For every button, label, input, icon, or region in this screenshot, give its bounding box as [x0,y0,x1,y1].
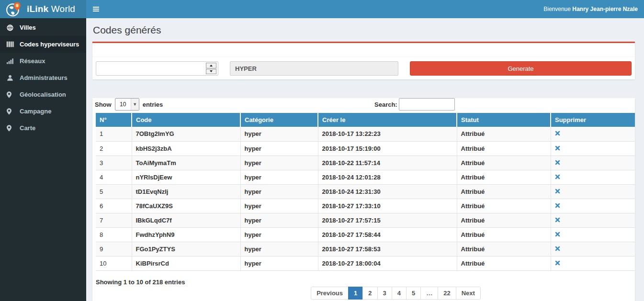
generate-button[interactable]: Generate [410,61,632,76]
brand-logo-icon: $ [6,1,22,17]
category-cell: hyper [240,156,318,170]
delete-icon[interactable] [555,246,560,251]
sidebar-item-g-olocalisation[interactable]: Géolocalisation [0,86,86,103]
generator-form: Generate [92,57,635,79]
column-header[interactable]: Statut [457,113,551,127]
delete-icon[interactable] [555,131,560,136]
sidebar-item-administrateurs[interactable]: Administrateurs [0,69,86,86]
status-cell: Attribué [457,242,551,256]
table-row: 10KiBPirsrCdhyper2018-10-27 18:00:04Attr… [96,256,635,270]
category-cell: hyper [240,170,318,184]
delete-icon[interactable] [555,189,560,194]
created-date-cell: 2018-10-27 17:57:15 [318,213,457,227]
category-input [230,61,398,76]
chevron-down-icon: ▼ [131,99,139,110]
globe-icon [7,24,16,31]
delete-cell [551,213,635,227]
delete-cell [551,184,635,199]
page-button-3[interactable]: 3 [377,287,392,300]
sidebar-item-r-seaux[interactable]: Réseaux [0,53,86,69]
page-button-4[interactable]: 4 [392,287,407,300]
code-cell: 78fCaUXZ9S [132,199,240,213]
map-marker-icon [7,91,16,98]
code-cell: nYRIsDjEew [132,170,240,184]
search-control: Search: [374,98,455,111]
category-field-wrap [230,61,398,76]
delete-icon[interactable] [555,174,560,179]
sidebar-item-campagne[interactable]: Campagne [0,103,86,120]
delete-cell [551,170,635,184]
app-title: iLink World [27,4,75,14]
codes-table: N°CodeCatégorieCréer leStatutSupprimer 1… [96,113,635,271]
sidebar-item-carte[interactable]: Carte [0,120,86,136]
sidebar-item-label: Villes [20,24,36,31]
sidebar-item-villes[interactable]: Villes [0,19,86,36]
top-bar: $ iLink World Bienvenue Hanry Jean-pierr… [0,0,644,18]
code-cell: FGo1PyZTYS [132,242,240,256]
column-header[interactable]: Créer le [318,113,457,127]
delete-icon[interactable] [555,145,560,151]
created-date-cell: 2018-10-27 17:33:10 [318,199,457,213]
row-number: 4 [96,170,132,184]
table-row: 8FwdhzYphN9hyper2018-10-27 17:58:44Attri… [96,227,635,242]
category-cell: hyper [240,141,318,156]
code-cell: tD1EvqNzIj [132,184,240,199]
table-row: 17OBtg2ImYGhyper2018-10-17 13:22:23Attri… [96,127,635,141]
sidebar: VillesCodes hyperviseursRéseauxAdministr… [0,18,86,301]
delete-cell [551,242,635,256]
category-cell: hyper [240,256,318,270]
search-input[interactable] [399,98,455,111]
stepper-down-icon[interactable] [206,69,216,75]
page-length-control: Show 10 ▼ entries [95,98,163,111]
quantity-stepper [206,63,216,74]
map-marker-icon [7,125,16,132]
delete-icon[interactable] [555,260,560,266]
created-date-cell: 2018-10-17 13:22:23 [318,127,457,141]
column-header[interactable]: N° [96,113,132,127]
page-button-1[interactable]: 1 [348,287,363,300]
table-header-row: N°CodeCatégorieCréer leStatutSupprimer [96,113,635,127]
codes-table-card: Show 10 ▼ entries Search: N°CodeCatégori… [92,98,635,301]
row-number: 10 [96,256,132,270]
code-cell: IBkGLqdC7f [132,213,240,227]
page-button-5[interactable]: 5 [406,287,421,300]
page-length-select[interactable]: 10 ▼ [115,98,139,111]
welcome-text: Bienvenue Hanry Jean-pierre Nzale [543,6,644,12]
row-number: 3 [96,156,132,170]
sidebar-item-codes-hyperviseurs[interactable]: Codes hyperviseurs [0,36,86,53]
delete-cell [551,156,635,170]
delete-icon[interactable] [555,217,560,223]
next-page-button[interactable]: Next [456,287,481,300]
quantity-input[interactable] [96,61,218,76]
created-date-cell: 2018-10-22 11:57:14 [318,156,457,170]
column-header[interactable]: Catégorie [240,113,318,127]
delete-cell [551,227,635,242]
category-cell: hyper [240,213,318,227]
column-header[interactable]: Supprimer [551,113,635,127]
sidebar-toggle-icon[interactable] [86,0,105,18]
navbar: Bienvenue Hanry Jean-pierre Nzale [86,0,644,18]
code-cell: FwdhzYphN9 [132,227,240,242]
brand[interactable]: $ iLink World [0,0,86,18]
delete-icon[interactable] [555,203,560,208]
delete-icon[interactable] [555,160,560,165]
code-cell: KiBPirsrCd [132,256,240,270]
status-cell: Attribué [457,127,551,141]
stepper-up-icon[interactable] [206,63,216,68]
created-date-cell: 2018-10-27 17:58:44 [318,227,457,242]
status-cell: Attribué [457,141,551,156]
quantity-field-wrap [96,61,218,76]
status-cell: Attribué [457,170,551,184]
status-cell: Attribué [457,184,551,199]
table-info: Showing 1 to 10 of 218 entries [96,279,632,286]
generator-card: Generate [92,42,635,79]
page-button-22[interactable]: 22 [438,287,456,300]
table-row: 7IBkGLqdC7fhyper2018-10-27 17:57:15Attri… [96,213,635,227]
row-number: 7 [96,213,132,227]
column-header[interactable]: Code [132,113,240,127]
row-number: 9 [96,242,132,256]
delete-icon[interactable] [555,232,560,237]
category-cell: hyper [240,184,318,199]
page-button-2[interactable]: 2 [362,287,377,300]
previous-page-button[interactable]: Previous [311,287,349,300]
